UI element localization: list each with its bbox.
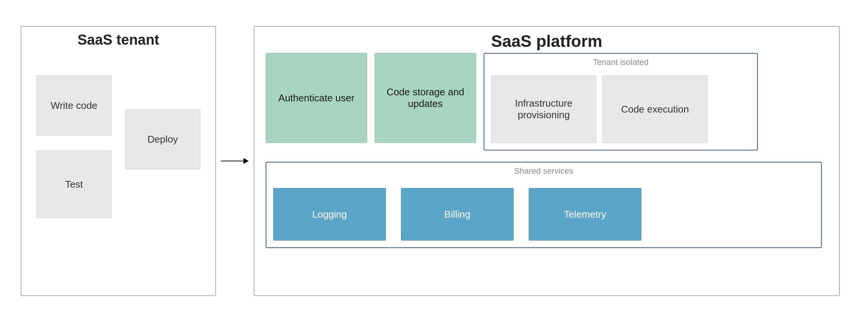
- tenant-isolated-box: Tenant isolated Infrastructure provision…: [484, 53, 758, 150]
- tenant-left-column: Write code Test: [36, 75, 112, 218]
- diagram: SaaS tenant Write code Test Deploy SaaS …: [21, 15, 847, 307]
- saas-tenant-section: SaaS tenant Write code Test Deploy: [21, 26, 216, 296]
- code-execution-box: Code execution: [602, 75, 708, 143]
- tenant-isolated-label: Tenant isolated: [593, 57, 649, 67]
- green-boxes: Authenticate user Code storage and updat…: [266, 53, 476, 143]
- shared-services-boxes: Logging Billing Telemetry: [273, 188, 814, 241]
- tenant-right-column: Deploy: [125, 109, 200, 169]
- saas-tenant-title: SaaS tenant: [77, 32, 159, 48]
- infrastructure-provisioning-box: Infrastructure provisioning: [491, 75, 596, 143]
- saas-platform-title: SaaS platform: [491, 32, 602, 51]
- tenant-isolated-boxes: Infrastructure provisioning Code executi…: [491, 75, 750, 143]
- shared-services-box: Shared services Logging Billing Telemetr…: [266, 162, 822, 248]
- code-storage-box: Code storage and updates: [375, 53, 476, 143]
- platform-top-row: Authenticate user Code storage and updat…: [266, 53, 828, 150]
- arrow: [221, 158, 249, 164]
- billing-box: Billing: [401, 188, 514, 241]
- arrow-container: [216, 26, 254, 296]
- test-box: Test: [36, 150, 112, 218]
- saas-platform-section: SaaS platform Authenticate user Code sto…: [254, 26, 840, 296]
- authenticate-user-box: Authenticate user: [266, 53, 367, 143]
- arrow-head: [243, 158, 249, 164]
- logging-box: Logging: [273, 188, 386, 241]
- write-code-box: Write code: [36, 75, 112, 135]
- telemetry-box: Telemetry: [529, 188, 641, 241]
- deploy-box: Deploy: [125, 109, 200, 169]
- arrow-line: [221, 161, 243, 161]
- shared-services-label: Shared services: [514, 166, 573, 176]
